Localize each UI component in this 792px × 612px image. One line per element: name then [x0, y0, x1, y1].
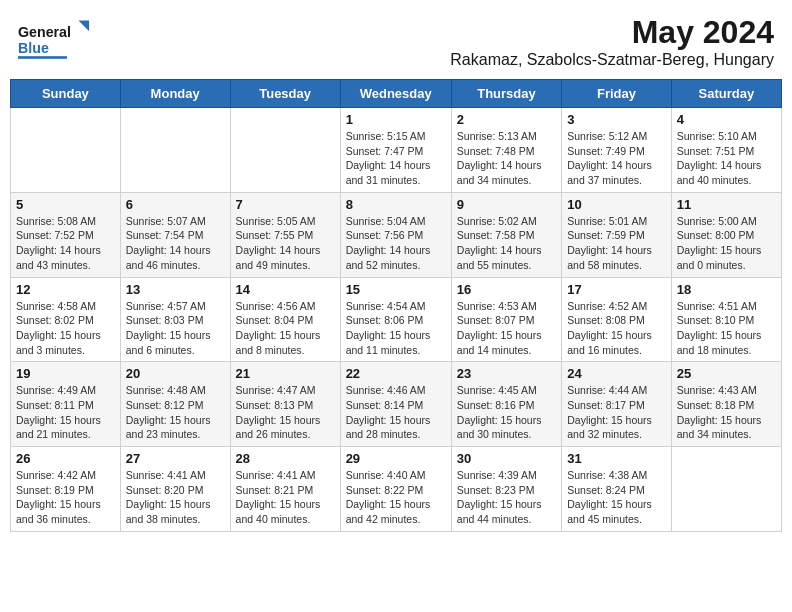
day-info: Sunrise: 4:41 AM Sunset: 8:20 PM Dayligh… [126, 468, 225, 527]
calendar-day-cell: 18Sunrise: 4:51 AM Sunset: 8:10 PM Dayli… [671, 277, 781, 362]
day-info: Sunrise: 5:08 AM Sunset: 7:52 PM Dayligh… [16, 214, 115, 273]
calendar-day-cell: 6Sunrise: 5:07 AM Sunset: 7:54 PM Daylig… [120, 192, 230, 277]
calendar-day-cell: 10Sunrise: 5:01 AM Sunset: 7:59 PM Dayli… [562, 192, 672, 277]
calendar-week-row: 26Sunrise: 4:42 AM Sunset: 8:19 PM Dayli… [11, 447, 782, 532]
calendar-day-cell [11, 108, 121, 193]
day-of-week-header: Saturday [671, 80, 781, 108]
day-number: 12 [16, 282, 115, 297]
day-number: 27 [126, 451, 225, 466]
calendar-day-cell: 13Sunrise: 4:57 AM Sunset: 8:03 PM Dayli… [120, 277, 230, 362]
day-number: 11 [677, 197, 776, 212]
calendar-day-cell: 12Sunrise: 4:58 AM Sunset: 8:02 PM Dayli… [11, 277, 121, 362]
calendar-day-cell: 26Sunrise: 4:42 AM Sunset: 8:19 PM Dayli… [11, 447, 121, 532]
calendar-week-row: 5Sunrise: 5:08 AM Sunset: 7:52 PM Daylig… [11, 192, 782, 277]
calendar-day-cell: 3Sunrise: 5:12 AM Sunset: 7:49 PM Daylig… [562, 108, 672, 193]
calendar-day-cell: 11Sunrise: 5:00 AM Sunset: 8:00 PM Dayli… [671, 192, 781, 277]
calendar-day-cell: 4Sunrise: 5:10 AM Sunset: 7:51 PM Daylig… [671, 108, 781, 193]
calendar-day-cell [230, 108, 340, 193]
day-info: Sunrise: 5:15 AM Sunset: 7:47 PM Dayligh… [346, 129, 446, 188]
day-number: 26 [16, 451, 115, 466]
svg-text:General: General [18, 24, 71, 40]
day-info: Sunrise: 5:12 AM Sunset: 7:49 PM Dayligh… [567, 129, 666, 188]
calendar-day-cell: 1Sunrise: 5:15 AM Sunset: 7:47 PM Daylig… [340, 108, 451, 193]
calendar-day-cell: 8Sunrise: 5:04 AM Sunset: 7:56 PM Daylig… [340, 192, 451, 277]
calendar-day-cell: 28Sunrise: 4:41 AM Sunset: 8:21 PM Dayli… [230, 447, 340, 532]
calendar-day-cell: 21Sunrise: 4:47 AM Sunset: 8:13 PM Dayli… [230, 362, 340, 447]
calendar-table: SundayMondayTuesdayWednesdayThursdayFrid… [10, 79, 782, 532]
day-info: Sunrise: 5:04 AM Sunset: 7:56 PM Dayligh… [346, 214, 446, 273]
day-of-week-header: Monday [120, 80, 230, 108]
calendar-day-cell [671, 447, 781, 532]
day-info: Sunrise: 5:00 AM Sunset: 8:00 PM Dayligh… [677, 214, 776, 273]
calendar-day-cell: 17Sunrise: 4:52 AM Sunset: 8:08 PM Dayli… [562, 277, 672, 362]
day-info: Sunrise: 4:58 AM Sunset: 8:02 PM Dayligh… [16, 299, 115, 358]
day-info: Sunrise: 4:51 AM Sunset: 8:10 PM Dayligh… [677, 299, 776, 358]
day-number: 7 [236, 197, 335, 212]
page-header: General Blue May 2024 Rakamaz, Szabolcs-… [10, 10, 782, 73]
day-info: Sunrise: 4:48 AM Sunset: 8:12 PM Dayligh… [126, 383, 225, 442]
day-number: 30 [457, 451, 556, 466]
calendar-day-cell: 19Sunrise: 4:49 AM Sunset: 8:11 PM Dayli… [11, 362, 121, 447]
day-number: 13 [126, 282, 225, 297]
day-number: 24 [567, 366, 666, 381]
day-number: 9 [457, 197, 556, 212]
calendar-day-cell: 2Sunrise: 5:13 AM Sunset: 7:48 PM Daylig… [451, 108, 561, 193]
svg-rect-3 [18, 56, 67, 59]
day-number: 21 [236, 366, 335, 381]
day-info: Sunrise: 5:05 AM Sunset: 7:55 PM Dayligh… [236, 214, 335, 273]
day-number: 25 [677, 366, 776, 381]
calendar-day-cell: 25Sunrise: 4:43 AM Sunset: 8:18 PM Dayli… [671, 362, 781, 447]
day-info: Sunrise: 4:44 AM Sunset: 8:17 PM Dayligh… [567, 383, 666, 442]
day-info: Sunrise: 5:07 AM Sunset: 7:54 PM Dayligh… [126, 214, 225, 273]
day-number: 1 [346, 112, 446, 127]
day-info: Sunrise: 4:57 AM Sunset: 8:03 PM Dayligh… [126, 299, 225, 358]
day-info: Sunrise: 4:42 AM Sunset: 8:19 PM Dayligh… [16, 468, 115, 527]
day-of-week-header: Tuesday [230, 80, 340, 108]
calendar-day-cell: 30Sunrise: 4:39 AM Sunset: 8:23 PM Dayli… [451, 447, 561, 532]
calendar-week-row: 19Sunrise: 4:49 AM Sunset: 8:11 PM Dayli… [11, 362, 782, 447]
day-of-week-header: Wednesday [340, 80, 451, 108]
day-info: Sunrise: 4:49 AM Sunset: 8:11 PM Dayligh… [16, 383, 115, 442]
day-info: Sunrise: 5:10 AM Sunset: 7:51 PM Dayligh… [677, 129, 776, 188]
title-block: May 2024 Rakamaz, Szabolcs-Szatmar-Bereg… [450, 14, 774, 69]
location-subtitle: Rakamaz, Szabolcs-Szatmar-Bereg, Hungary [450, 51, 774, 69]
day-of-week-header: Sunday [11, 80, 121, 108]
logo: General Blue [18, 14, 98, 69]
day-number: 23 [457, 366, 556, 381]
svg-marker-1 [78, 21, 89, 32]
day-info: Sunrise: 4:52 AM Sunset: 8:08 PM Dayligh… [567, 299, 666, 358]
calendar-day-cell: 20Sunrise: 4:48 AM Sunset: 8:12 PM Dayli… [120, 362, 230, 447]
day-number: 16 [457, 282, 556, 297]
day-info: Sunrise: 4:46 AM Sunset: 8:14 PM Dayligh… [346, 383, 446, 442]
day-info: Sunrise: 4:45 AM Sunset: 8:16 PM Dayligh… [457, 383, 556, 442]
day-number: 31 [567, 451, 666, 466]
calendar-day-cell: 16Sunrise: 4:53 AM Sunset: 8:07 PM Dayli… [451, 277, 561, 362]
day-of-week-header: Thursday [451, 80, 561, 108]
day-number: 28 [236, 451, 335, 466]
day-info: Sunrise: 4:47 AM Sunset: 8:13 PM Dayligh… [236, 383, 335, 442]
day-info: Sunrise: 5:13 AM Sunset: 7:48 PM Dayligh… [457, 129, 556, 188]
calendar-day-cell: 15Sunrise: 4:54 AM Sunset: 8:06 PM Dayli… [340, 277, 451, 362]
day-info: Sunrise: 4:53 AM Sunset: 8:07 PM Dayligh… [457, 299, 556, 358]
day-info: Sunrise: 4:39 AM Sunset: 8:23 PM Dayligh… [457, 468, 556, 527]
calendar-week-row: 1Sunrise: 5:15 AM Sunset: 7:47 PM Daylig… [11, 108, 782, 193]
day-number: 14 [236, 282, 335, 297]
day-info: Sunrise: 4:41 AM Sunset: 8:21 PM Dayligh… [236, 468, 335, 527]
day-number: 4 [677, 112, 776, 127]
day-number: 20 [126, 366, 225, 381]
day-info: Sunrise: 4:54 AM Sunset: 8:06 PM Dayligh… [346, 299, 446, 358]
day-number: 29 [346, 451, 446, 466]
calendar-day-cell: 23Sunrise: 4:45 AM Sunset: 8:16 PM Dayli… [451, 362, 561, 447]
day-number: 17 [567, 282, 666, 297]
calendar-day-cell: 29Sunrise: 4:40 AM Sunset: 8:22 PM Dayli… [340, 447, 451, 532]
day-info: Sunrise: 5:01 AM Sunset: 7:59 PM Dayligh… [567, 214, 666, 273]
month-year-title: May 2024 [450, 14, 774, 51]
calendar-day-cell: 7Sunrise: 5:05 AM Sunset: 7:55 PM Daylig… [230, 192, 340, 277]
calendar-day-cell: 31Sunrise: 4:38 AM Sunset: 8:24 PM Dayli… [562, 447, 672, 532]
calendar-day-cell: 14Sunrise: 4:56 AM Sunset: 8:04 PM Dayli… [230, 277, 340, 362]
day-number: 22 [346, 366, 446, 381]
day-number: 5 [16, 197, 115, 212]
day-info: Sunrise: 4:56 AM Sunset: 8:04 PM Dayligh… [236, 299, 335, 358]
calendar-header-row: SundayMondayTuesdayWednesdayThursdayFrid… [11, 80, 782, 108]
calendar-day-cell: 24Sunrise: 4:44 AM Sunset: 8:17 PM Dayli… [562, 362, 672, 447]
